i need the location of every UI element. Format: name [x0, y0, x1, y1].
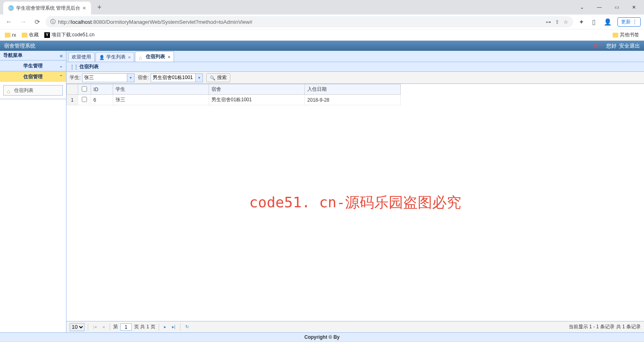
update-button[interactable]: 更新 ⋮: [617, 17, 641, 27]
chevron-down-icon[interactable]: ▾: [195, 74, 203, 82]
star-icon[interactable]: ☆: [563, 19, 568, 25]
student-label: 学生:: [70, 74, 81, 81]
dorm-input[interactable]: [151, 74, 195, 82]
app-body: 导航菜单 « 学生管理 ⌄ 住宿管理 ⌃ 住宿列表: [0, 51, 644, 332]
menu-dots-icon: ⋮: [632, 19, 637, 25]
tab-welcome[interactable]: 欢迎使用: [68, 52, 95, 62]
close-tab-icon[interactable]: ×: [128, 55, 130, 60]
tabs-bar: 欢迎使用 学生列表 × 住宿列表 ×: [66, 51, 644, 62]
dorm-combobox[interactable]: ▾: [151, 73, 203, 82]
forward-icon[interactable]: →: [18, 17, 29, 27]
cell-id: 6: [91, 95, 113, 105]
update-label: 更新: [621, 19, 631, 25]
search-icon: [210, 75, 215, 81]
share-icon[interactable]: ⇧: [555, 19, 559, 25]
logout-link[interactable]: 安全退出: [619, 42, 640, 50]
first-page-icon[interactable]: |◂: [91, 323, 98, 330]
search-button[interactable]: 搜索: [206, 73, 230, 82]
side-panel-icon[interactable]: ▯: [590, 17, 598, 27]
col-check: [78, 84, 91, 95]
tab-student-list[interactable]: 学生列表 ×: [95, 52, 134, 62]
filter-bar: 学生: ▾ 宿舍: ▾ 搜索: [66, 72, 644, 84]
back-icon[interactable]: ←: [3, 17, 14, 27]
browser-chrome: 🌐 学生宿舍管理系统 管理员后台 × + ⌄ — ▭ ✕ ← → ⟳ ⓘ htt…: [0, 0, 644, 41]
cell-student: 张三: [113, 95, 209, 105]
collapse-icon[interactable]: «: [60, 52, 63, 59]
profile-icon[interactable]: 👤: [601, 17, 614, 27]
cell-dorm: 男生宿舍01栋1001: [209, 95, 305, 105]
panel-title: 住宿列表: [79, 63, 99, 70]
chevron-up-icon: ⌃: [59, 74, 63, 79]
browser-tab[interactable]: 🌐 学生宿舍管理系统 管理员后台 ×: [3, 2, 91, 15]
extensions-icon[interactable]: ✦: [576, 17, 586, 27]
accordion-item-student: 学生管理 ⌄: [0, 60, 66, 71]
minimize-icon[interactable]: —: [592, 3, 607, 12]
y-logo-icon: Y: [44, 32, 50, 38]
window-chevron-icon[interactable]: ⌄: [575, 3, 589, 12]
bookmark-other[interactable]: 其他书签: [613, 31, 639, 38]
filter-dorm-wrap: 宿舍: ▾: [138, 73, 203, 82]
separator: [180, 323, 180, 331]
separator: [159, 323, 159, 331]
col-rownum: [67, 84, 78, 95]
new-tab-button[interactable]: +: [94, 3, 105, 12]
window-controls: ⌄ — ▭ ✕: [575, 3, 644, 12]
last-page-icon[interactable]: ▸|: [170, 323, 177, 330]
grid-container: ID 学生 宿舍 入住日期 1 6 张三 男生宿舍01栋1001 2018-9-…: [66, 84, 644, 321]
page-input[interactable]: [120, 323, 132, 331]
cell-rownum: 1: [67, 95, 78, 105]
row-checkbox[interactable]: [82, 97, 87, 102]
reload-icon[interactable]: ⟳: [32, 17, 42, 27]
sidebar-title: 导航菜单 «: [0, 51, 66, 60]
tab-accommodation-list[interactable]: 住宿列表 ×: [135, 51, 174, 62]
sidebar-item-accommodation-list[interactable]: 住宿列表: [3, 85, 63, 96]
col-dorm[interactable]: 宿舍: [209, 84, 305, 95]
bookmark-rx[interactable]: rx: [5, 32, 16, 38]
col-date[interactable]: 入住日期: [305, 84, 401, 95]
bookmark-download[interactable]: Y项目下载:code51.cn: [44, 31, 95, 38]
prev-page-icon[interactable]: ◂: [101, 323, 106, 330]
accordion-header-accommodation[interactable]: 住宿管理 ⌃: [0, 71, 66, 82]
folder-icon: [613, 33, 618, 38]
browser-tabs: 🌐 学生宿舍管理系统 管理员后台 × + ⌄ — ▭ ✕: [0, 0, 644, 15]
refresh-icon[interactable]: ↻: [184, 323, 191, 330]
folder-icon: [5, 33, 10, 38]
url-text: http://localhost:8080/DormitoryManagerWe…: [58, 19, 253, 25]
page-text-before: 第: [113, 323, 118, 330]
accordion-header-student[interactable]: 学生管理 ⌄: [0, 60, 66, 71]
bookmark-fav[interactable]: 收藏: [22, 31, 39, 38]
student-input[interactable]: [83, 74, 127, 82]
separator: [110, 323, 110, 331]
panel-header: ⋮⋮ 住宿列表: [66, 62, 644, 72]
col-student[interactable]: 学生: [113, 84, 209, 95]
home-icon: [139, 54, 144, 59]
page-size-select[interactable]: 10: [70, 323, 85, 331]
sidebar: 导航菜单 « 学生管理 ⌄ 住宿管理 ⌃ 住宿列表: [0, 51, 66, 332]
url-bar: ← → ⟳ ⓘ http://localhost:8080/DormitoryM…: [0, 15, 644, 29]
next-page-icon[interactable]: ▸: [162, 323, 168, 330]
maximize-icon[interactable]: ▭: [610, 3, 624, 12]
key-icon[interactable]: ⊶: [546, 19, 551, 25]
close-window-icon[interactable]: ✕: [627, 3, 641, 12]
separator: [88, 323, 88, 331]
col-id[interactable]: ID: [91, 84, 113, 95]
dorm-label: 宿舍:: [138, 74, 149, 81]
watermark-text: code51. cn-源码乐园盗图必究: [249, 193, 461, 213]
user-icon: [99, 54, 105, 60]
app-footer: Copyright © By: [0, 332, 644, 342]
student-combobox[interactable]: ▾: [82, 73, 135, 82]
url-input[interactable]: ⓘ http://localhost:8080/DormitoryManager…: [46, 16, 573, 27]
app-header-right: 张三 您好 安全退出: [593, 42, 640, 50]
app-header: 宿舍管理系统 张三 您好 安全退出: [0, 41, 644, 51]
accordion-item-accommodation: 住宿管理 ⌃ 住宿列表: [0, 71, 66, 99]
table-row[interactable]: 1 6 张三 男生宿舍01栋1001 2018-9-28: [67, 95, 401, 105]
close-icon[interactable]: ×: [83, 5, 86, 11]
url-right-icons: ⊶ ⇧ ☆: [546, 19, 568, 25]
folder-icon: [22, 33, 27, 38]
close-tab-icon[interactable]: ×: [168, 54, 170, 59]
table-header-row: ID 学生 宿舍 入住日期: [67, 84, 401, 95]
cell-check: [78, 95, 91, 105]
select-all-checkbox[interactable]: [82, 86, 87, 92]
data-grid: ID 学生 宿舍 入住日期 1 6 张三 男生宿舍01栋1001 2018-9-…: [66, 84, 401, 105]
chevron-down-icon[interactable]: ▾: [127, 74, 134, 82]
